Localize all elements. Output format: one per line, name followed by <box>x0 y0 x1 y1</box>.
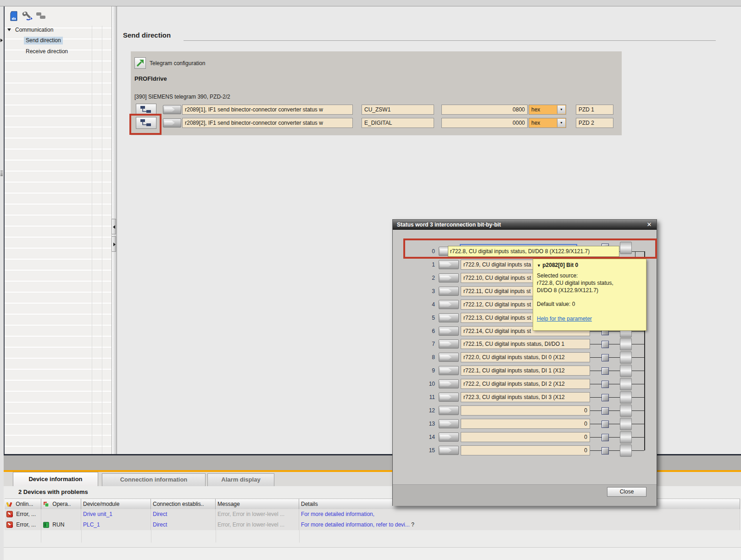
annotation-highlight-rect <box>403 238 657 259</box>
tree-collapse-caret-icon[interactable] <box>7 28 11 31</box>
selected-source-line2: DI/DO 8 (X122.9/X121.7) <box>537 287 642 294</box>
rail-expand-arrow-icon[interactable] <box>0 39 3 42</box>
bit-checkbox[interactable] <box>602 394 609 401</box>
bit-checkbox[interactable] <box>602 341 609 348</box>
chevron-down-icon[interactable]: ▼ <box>557 105 565 114</box>
table-row[interactable]: ! Error, ... <box>5 509 41 520</box>
unit-dropdown[interactable]: hex ▼ <box>529 105 566 115</box>
binector-slot-icon[interactable] <box>439 446 459 455</box>
rail-grip-handle[interactable] <box>0 171 3 176</box>
sidebar-item-receive-direction[interactable]: Receive direction <box>24 48 70 55</box>
binector-slot-icon[interactable] <box>439 406 459 415</box>
column-header-operating-mode[interactable]: Opera.. <box>41 499 81 509</box>
inverter-button[interactable] <box>620 405 632 417</box>
binector-slot-icon[interactable] <box>439 432 459 442</box>
bit-checkbox[interactable] <box>602 407 609 415</box>
inverter-button[interactable] <box>620 378 632 390</box>
details-link[interactable]: For more detailed information, refer to … <box>301 521 410 528</box>
bit-checkbox[interactable] <box>602 434 609 441</box>
signal-source-field[interactable]: r2089[2], IF1 send binector-connector co… <box>182 118 353 128</box>
signal-value-field[interactable]: 0800 <box>441 105 528 115</box>
column-header-online[interactable]: Onlin... <box>5 499 41 509</box>
title-rule <box>184 40 716 41</box>
dropdown-arrow-icon: ▼ <box>537 263 541 268</box>
binector-slot-icon[interactable] <box>439 273 459 283</box>
binector-slot-icon[interactable] <box>439 353 459 362</box>
memory-card-icon[interactable] <box>8 11 19 22</box>
bit-checkbox[interactable] <box>602 354 609 361</box>
bit-checkbox[interactable] <box>602 367 609 375</box>
details-cell[interactable]: For more detailed information, refer to … <box>299 520 740 530</box>
close-button[interactable]: Close <box>607 487 646 497</box>
binector-slot-icon[interactable] <box>439 379 459 388</box>
binector-slot-icon[interactable] <box>163 105 181 114</box>
details-link[interactable]: For more detailed information, <box>301 511 374 517</box>
table-cell-operating-mode[interactable] <box>41 509 81 520</box>
bit-source-field[interactable]: 0 <box>461 419 590 429</box>
binector-slot-icon[interactable] <box>439 287 459 296</box>
binector-slot-icon[interactable] <box>439 366 459 375</box>
device-link[interactable]: Drive unit_1 <box>81 509 151 520</box>
inverter-button[interactable] <box>620 418 632 430</box>
bit-source-field[interactable]: r722.1, CU digital inputs status, DI 1 (… <box>461 366 590 376</box>
connection-link[interactable]: Direct <box>151 520 216 530</box>
column-header-device-module[interactable]: Device/module <box>81 499 151 509</box>
table-row[interactable]: ! Error, ... <box>5 520 41 530</box>
table-cell-operating-mode[interactable]: RUN <box>41 520 81 530</box>
bit-source-field[interactable]: 0 <box>461 432 590 442</box>
operating-mode-text: RUN <box>52 521 64 528</box>
dialog-titlebar[interactable]: Status word 3 interconnection bit-by-bit <box>393 220 657 230</box>
binector-slot-icon[interactable] <box>439 419 459 428</box>
device-link[interactable]: PLC_1 <box>81 520 151 530</box>
inverter-button[interactable] <box>620 391 632 404</box>
splitter-collapse-right-button[interactable] <box>111 236 116 252</box>
tree-node-communication[interactable]: Communication <box>15 27 53 33</box>
wrench-icon[interactable] <box>22 11 33 22</box>
tab-connection-information[interactable]: Connection information <box>102 473 206 486</box>
signal-value-field[interactable]: 0000 <box>441 118 528 128</box>
inverter-button[interactable] <box>620 338 632 350</box>
signal-name-field[interactable]: CU_ZSW1 <box>362 105 434 115</box>
inverter-button[interactable] <box>620 431 632 444</box>
bit-number: 4 <box>420 299 435 310</box>
logic-wire <box>590 437 602 438</box>
sidebar-item-send-direction[interactable]: Send direction <box>24 37 63 44</box>
bit-source-field[interactable]: 0 <box>461 405 590 416</box>
inverter-button[interactable] <box>620 365 632 377</box>
column-header-connection[interactable]: Connection establis.. <box>151 499 216 509</box>
help-parameter-link[interactable]: Help for the parameter <box>537 315 642 322</box>
bit-source-field[interactable]: r722.3, CU digital inputs status, DI 3 (… <box>461 392 590 402</box>
binector-slot-icon[interactable] <box>439 339 459 349</box>
close-icon[interactable]: ✕ <box>645 220 653 230</box>
connection-link[interactable]: Direct <box>151 509 216 520</box>
binector-slot-icon[interactable] <box>439 260 459 269</box>
telegram-configuration-button[interactable] <box>134 57 146 69</box>
bit-number: 9 <box>420 366 435 376</box>
signal-name-field[interactable]: E_DIGITAL <box>362 118 434 128</box>
inverter-button[interactable] <box>620 444 632 457</box>
binector-slot-icon[interactable] <box>439 300 459 309</box>
bit-source-field[interactable]: r722.2, CU digital inputs status, DI 2 (… <box>461 379 590 389</box>
signal-source-field[interactable]: r2089[1], IF1 send binector-connector co… <box>182 105 353 115</box>
binector-slot-icon[interactable] <box>439 313 459 322</box>
splitter-collapse-left-button[interactable] <box>111 219 116 234</box>
binector-slot-icon[interactable] <box>439 327 459 336</box>
blocks-icon[interactable] <box>36 12 47 23</box>
logic-wire <box>590 450 602 451</box>
tab-alarm-display[interactable]: Alarm display <box>207 473 274 486</box>
bit-checkbox[interactable] <box>602 447 609 455</box>
column-header-message[interactable]: Message <box>216 499 299 509</box>
unit-dropdown[interactable]: hex ▼ <box>529 118 566 128</box>
binector-slot-icon[interactable] <box>163 118 181 128</box>
tab-device-information[interactable]: Device information <box>13 472 98 486</box>
bit-source-field[interactable]: 0 <box>461 445 590 455</box>
message-text: Error, Error in lower-level ... <box>217 511 284 517</box>
inverter-button[interactable] <box>620 351 632 364</box>
chevron-down-icon[interactable]: ▼ <box>557 119 565 127</box>
bit-source-field[interactable]: r722.15, CU digital inputs status, DI/DO… <box>461 339 590 349</box>
details-cell[interactable]: For more detailed information, <box>299 509 740 520</box>
bit-checkbox[interactable] <box>602 421 609 428</box>
bit-checkbox[interactable] <box>602 381 609 388</box>
binector-slot-icon[interactable] <box>439 393 459 402</box>
bit-source-field[interactable]: r722.0, CU digital inputs status, DI 0 (… <box>461 352 590 362</box>
